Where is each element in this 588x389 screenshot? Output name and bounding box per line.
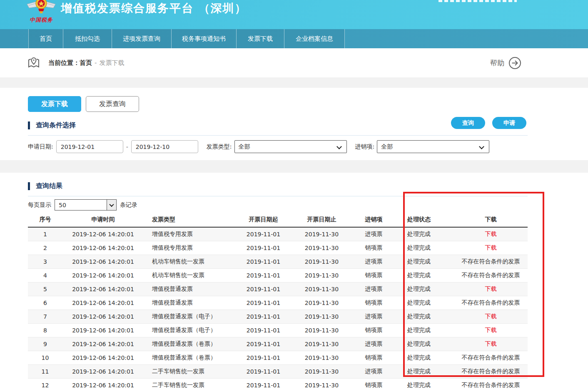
table-cell: 11 [28,364,62,378]
table-cell: 2019-11-01 [231,364,296,378]
page-size-select[interactable]: 50 [55,199,117,211]
query-condition-header: 查询条件选择 查询 申请 [28,121,528,130]
invoice-type-select[interactable]: 全部 [234,140,347,153]
table-cell: 销项票 [348,351,400,364]
section-divider [28,135,528,136]
table-cell: 2019-11-01 [231,282,296,296]
date-range-dash: - [126,144,128,150]
download-link[interactable]: 下载 [454,337,528,351]
table-row: 12019-12-06 14:20:01增值税专用发票2019-11-01201… [28,227,528,241]
section-accent-bar [28,182,30,190]
no-invoice-text: 不存在符合条件的发票 [454,296,528,310]
no-invoice-text: 不存在符合条件的发票 [454,268,528,282]
results-header: 查询结果 [28,181,528,191]
nav-item-tax-notice[interactable]: 税务事项通知书 [171,29,236,48]
table-cell: 2019-11-01 [231,241,296,255]
table-cell: 增值税普通发票 [144,296,231,310]
date-from-input[interactable] [56,140,123,153]
direction-select[interactable]: 全部 [377,140,489,153]
table-cell: 7 [28,310,62,323]
table-cell: 增值税普通发票 [144,282,231,296]
table-cell: 处理完成 [400,337,454,351]
query-panel: 发票下载 发票查询 查询条件选择 查询 申请 申请日期: - 发票类型: 全部 … [0,88,588,160]
table-cell: 2019-11-01 [231,227,296,241]
table-cell: 2019-11-30 [296,323,348,337]
tab-invoice-query[interactable]: 发票查询 [86,96,139,112]
table-cell: 2019-12-06 14:20:01 [62,310,144,323]
download-link[interactable]: 下载 [454,310,528,323]
table-cell: 2019-12-06 14:20:01 [62,282,144,296]
direction-label: 进销项: [355,143,375,151]
query-button[interactable]: 查询 [451,117,485,129]
nav-item-input-invoice-query[interactable]: 进项发票查询 [112,29,171,48]
table-row: 72019-12-06 14:20:01增值税普通发票（电子）2019-11-0… [28,310,528,323]
table-cell: 2019-11-30 [296,310,348,323]
help-label: 帮助 [490,58,504,68]
nav-item-deduction-check[interactable]: 抵扣勾选 [63,29,112,48]
table-cell: 处理完成 [400,378,454,389]
table-cell: 增值税专用发票 [144,241,231,255]
divider-strip [0,77,588,88]
table-cell: 2019-12-06 14:20:01 [62,241,144,255]
table-cell: 2 [28,241,62,255]
nav-item-company-archive[interactable]: 企业档案信息 [284,29,345,48]
table-cell: 2019-11-01 [231,296,296,310]
table-cell: 处理完成 [400,241,454,255]
table-row: 22019-12-06 14:20:01增值税专用发票2019-11-01201… [28,241,528,255]
breadcrumb-bar: 当前位置：首页 - 发票下载 帮助 [0,48,588,77]
download-link[interactable]: 下载 [454,282,528,296]
circle-arrow-right-icon [508,57,521,69]
table-cell: 增值税普通发票（电子） [144,323,231,337]
download-link[interactable]: 下载 [454,323,528,337]
table-cell: 2019-11-01 [231,337,296,351]
table-cell: 进项票 [348,227,400,241]
apply-button[interactable]: 申请 [492,117,526,129]
table-cell: 2019-11-01 [231,255,296,268]
view-tabs: 发票下载 发票查询 [28,88,528,112]
table-cell: 2019-11-01 [231,323,296,337]
table-cell: 机动车销售统一发票 [144,268,231,282]
section-accent-bar [28,121,30,129]
table-row: 92019-12-06 14:20:01增值税普通发票（卷票）2019-11-0… [28,337,528,351]
table-cell: 2019-12-06 14:20:01 [62,227,144,241]
nav-item-invoice-download[interactable]: 发票下载 [236,29,284,48]
table-cell: 进项票 [348,255,400,268]
table-cell: 2019-11-30 [296,337,348,351]
results-table: 序号 申请时间 发票类型 开票日期起 开票日期止 进销项 处理状态 下载 120… [28,212,528,389]
col-header-no: 序号 [28,212,62,227]
tab-invoice-download[interactable]: 发票下载 [28,96,81,112]
table-cell: 2019-11-30 [296,282,348,296]
nav-item-home[interactable]: 首页 [28,29,63,48]
col-header-date-from: 开票日期起 [231,212,296,227]
col-header-invoice-type: 发票类型 [144,212,231,227]
apply-date-label: 申请日期: [28,143,53,151]
table-cell: 1 [28,227,62,241]
table-cell: 2019-12-06 14:20:01 [62,351,144,364]
table-cell: 进项票 [348,310,400,323]
section-divider [28,196,528,196]
results-title: 查询结果 [36,182,62,191]
table-cell: 12 [28,378,62,389]
table-row: 32019-12-06 14:20:01机动车销售统一发票2019-11-012… [28,255,528,268]
tax-emblem-icon [27,0,56,16]
page-size-row: 每页显示 50 条记录 [28,199,528,211]
table-cell: 进项票 [348,337,400,351]
help-button[interactable]: 帮助 [490,57,521,69]
breadcrumb-home-link[interactable]: 首页 [80,59,92,67]
page-size-prefix: 每页显示 [28,201,51,209]
app-header: 中国税务 增值税发票综合服务平台 （深圳） [0,0,588,29]
table-row: 52019-12-06 14:20:01增值税普通发票2019-11-01201… [28,282,528,296]
col-header-download: 下载 [454,212,528,227]
table-row: 62019-12-06 14:20:01增值税普通发票2019-11-01201… [28,296,528,310]
china-tax-logo: 中国税务 [26,0,57,24]
table-cell: 处理完成 [400,227,454,241]
date-to-input[interactable] [131,140,198,153]
no-invoice-text: 不存在符合条件的发票 [454,255,528,268]
direction-value: 全部 [381,143,393,151]
download-link[interactable]: 下载 [454,227,528,241]
col-header-date-to: 开票日期止 [296,212,348,227]
col-header-apply-time: 申请时间 [62,212,144,227]
download-link[interactable]: 下载 [454,241,528,255]
table-cell: 2019-11-01 [231,310,296,323]
breadcrumb-current: 发票下载 [99,59,124,67]
